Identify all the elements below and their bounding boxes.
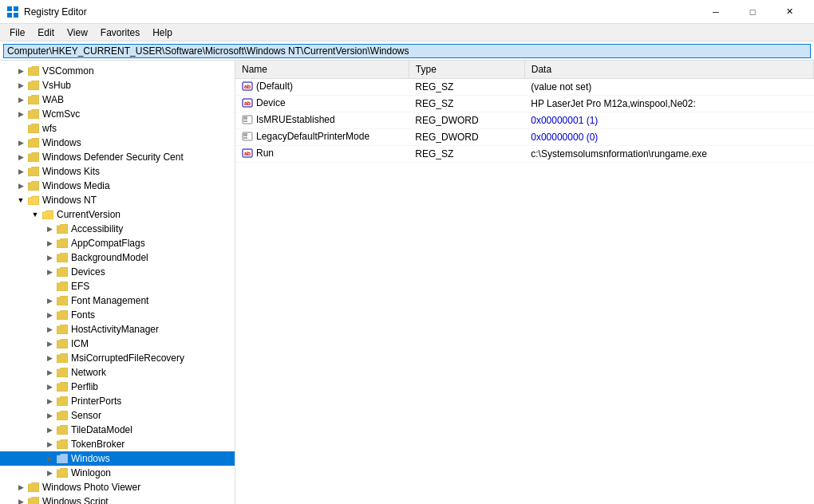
expander-windows: ▶ [14, 136, 27, 149]
maximize-button[interactable]: □ [734, 0, 771, 24]
folder-icon-fonts [56, 309, 69, 321]
expander-backgroundmodel: ▶ [43, 251, 56, 264]
folder-icon-printerports [56, 396, 69, 407]
tree-item-wab[interactable]: ▶ WAB [0, 93, 235, 107]
svg-rect-10 [243, 120, 247, 122]
svg-rect-9 [243, 116, 247, 120]
expander-winsnt: ▼ [14, 194, 27, 207]
tree-item-hostactivitymanager[interactable]: ▶ HostActivityManager [0, 322, 235, 337]
tree-item-windows[interactable]: ▶ Windows [0, 136, 235, 150]
expander-winscript: ▶ [14, 495, 27, 504]
tree-label-fontmanagement: Font Management [71, 295, 148, 306]
tree-label-windefender: Windows Defender Security Cent [42, 152, 184, 163]
tree-item-vshub[interactable]: ▶ VsHub [0, 78, 235, 93]
tree-item-winsmedia[interactable]: ▶ Windows Media [0, 179, 235, 193]
tree-item-accessibility[interactable]: ▶ Accessibility [0, 222, 235, 236]
expander-wab: ▶ [14, 93, 27, 106]
tree-item-winphotoviewer[interactable]: ▶ Windows Photo Viewer [0, 480, 235, 494]
tree-item-fonts[interactable]: ▶ Fonts [0, 308, 235, 322]
tree-item-tokenbroker[interactable]: ▶ TokenBroker [0, 437, 235, 451]
tree-item-fontmanagement[interactable]: ▶ Font Management [0, 293, 235, 308]
folder-icon-efs [56, 281, 69, 292]
table-row[interactable]: IsMRUEstablished REG_DWORD 0x00000001 (1… [235, 112, 814, 128]
cell-name: ab Run [235, 145, 409, 162]
table-row[interactable]: LegacyDefaultPrinterMode REG_DWORD 0x000… [235, 128, 814, 145]
tree-item-appcompatflags[interactable]: ▶ AppCompatFlags [0, 236, 235, 250]
tree-item-windows-sub[interactable]: ▶ Windows [0, 451, 235, 466]
app-title: Registry Editor [24, 6, 697, 18]
tree-item-efs[interactable]: ▶ EFS [0, 279, 235, 293]
folder-icon-perflib [56, 381, 69, 392]
tree-label-winscript: Windows Script [42, 496, 109, 504]
folder-icon-appcompatflags [56, 238, 69, 249]
col-header-name[interactable]: Name [235, 61, 409, 78]
col-header-data[interactable]: Data [524, 61, 813, 78]
table-row[interactable]: ab (Default) REG_SZ (value not set) [235, 78, 814, 95]
tree-item-msicorrupted[interactable]: ▶ MsiCorruptedFileRecovery [0, 351, 235, 365]
svg-rect-0 [7, 6, 12, 11]
tree-label-perflib: Perflib [71, 381, 98, 392]
svg-rect-12 [243, 133, 247, 136]
tree-item-wfs[interactable]: ▶ wfs [0, 121, 235, 136]
cell-type: REG_SZ [409, 95, 524, 112]
tree-item-winskits[interactable]: ▶ Windows Kits [0, 164, 235, 179]
menu-file[interactable]: File [3, 26, 31, 40]
expander-vshub: ▶ [14, 79, 27, 92]
folder-icon-network [56, 367, 69, 378]
folder-icon-windows-sub [56, 453, 69, 464]
tree-item-winscript[interactable]: ▶ Windows Script [0, 494, 235, 504]
tree-item-icm[interactable]: ▶ ICM [0, 337, 235, 351]
menu-help[interactable]: Help [146, 26, 179, 40]
folder-icon-wfs [27, 123, 40, 134]
tree-item-wcmsvc[interactable]: ▶ WcmSvc [0, 107, 235, 121]
tree-item-printerports[interactable]: ▶ PrinterPorts [0, 394, 235, 408]
address-input[interactable] [3, 44, 811, 58]
tree-label-fonts: Fonts [71, 309, 95, 321]
expander-accessibility: ▶ [43, 222, 56, 235]
expander-hostactivitymanager: ▶ [43, 323, 56, 336]
minimize-button[interactable]: ─ [697, 0, 734, 24]
tree-label-appcompatflags: AppCompatFlags [71, 238, 145, 249]
menu-view[interactable]: View [61, 26, 94, 40]
tree-label-icm: ICM [71, 338, 89, 349]
col-header-type[interactable]: Type [409, 61, 524, 78]
data-panel: Name Type Data ab (Default) [235, 61, 814, 504]
tree-item-winlogon[interactable]: ▶ Winlogon [0, 466, 235, 480]
table-row[interactable]: ab Run REG_SZ c:\Systemsolumsnformation\… [235, 145, 814, 162]
tree-item-tiledatamodel[interactable]: ▶ TileDataModel [0, 423, 235, 437]
table-row[interactable]: ab Device REG_SZ HP LaserJet Pro M12a,wi… [235, 95, 814, 112]
folder-icon-vscommon [27, 65, 40, 77]
cell-data: (value not set) [524, 78, 813, 95]
tree-item-perflib[interactable]: ▶ Perflib [0, 380, 235, 394]
tree-panel: ▶ VSCommon ▶ VsHub ▶ WAB ▶ [0, 61, 235, 504]
folder-icon-winsmedia [27, 180, 40, 191]
tree-item-network[interactable]: ▶ Network [0, 365, 235, 380]
tree-item-sensor[interactable]: ▶ Sensor [0, 408, 235, 423]
folder-icon-tokenbroker [56, 439, 69, 450]
cell-name: IsMRUEstablished [235, 112, 409, 128]
menu-edit[interactable]: Edit [31, 26, 61, 40]
tree-item-backgroundmodel[interactable]: ▶ BackgroundModel [0, 250, 235, 265]
expander-winskits: ▶ [14, 165, 27, 178]
close-button[interactable]: ✕ [771, 0, 808, 24]
cell-name: ab (Default) [235, 78, 409, 95]
tree-item-currentversion[interactable]: ▼ CurrentVersion [0, 207, 235, 222]
svg-rect-1 [14, 6, 18, 11]
svg-rect-3 [14, 13, 18, 18]
cell-name: LegacyDefaultPrinterMode [235, 128, 409, 145]
tree-item-devices[interactable]: ▶ Devices [0, 265, 235, 279]
tree-item-winsnt[interactable]: ▼ Windows NT [0, 193, 235, 207]
expander-tokenbroker: ▶ [43, 438, 56, 451]
tree-item-vscommon[interactable]: ▶ VSCommon [0, 64, 235, 78]
folder-icon-msicorrupted [56, 352, 69, 364]
tree-label-vscommon: VSCommon [42, 65, 94, 77]
expander-winlogon: ▶ [43, 467, 56, 479]
tree-label-wab: WAB [42, 94, 64, 105]
tree-label-network: Network [71, 367, 106, 378]
cell-data: c:\Systemsolumsnformation\rungame.exe [524, 145, 813, 162]
expander-winsmedia: ▶ [14, 179, 27, 192]
svg-rect-13 [243, 137, 247, 139]
menu-favorites[interactable]: Favorites [94, 26, 146, 40]
expander-appcompatflags: ▶ [43, 237, 56, 250]
tree-item-windefender[interactable]: ▶ Windows Defender Security Cent [0, 150, 235, 164]
